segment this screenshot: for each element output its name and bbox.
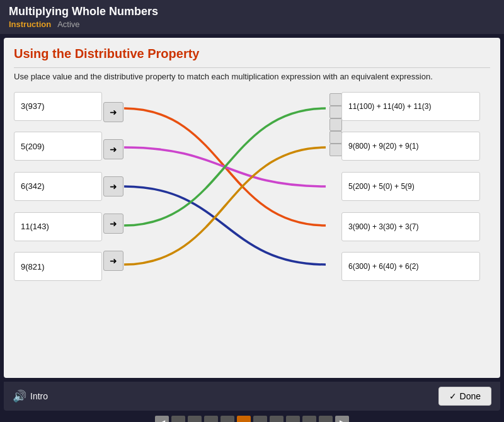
speaker-icon: 🔊 <box>13 389 26 403</box>
left-expr-5: 9(821) <box>14 252 102 281</box>
left-expr-4: 11(143) <box>14 212 102 241</box>
nav-bar: ◀ ▶ <box>0 411 504 422</box>
arrow-btn-1[interactable]: ➜ <box>103 102 123 122</box>
left-expr-1: 3(937) <box>14 92 102 121</box>
nav-page-2[interactable] <box>188 416 202 422</box>
nav-page-6[interactable] <box>253 416 267 422</box>
nav-page-4[interactable] <box>220 416 234 422</box>
arrow-btn-4[interactable]: ➜ <box>103 214 123 234</box>
nav-page-3[interactable] <box>204 416 218 422</box>
nav-page-5[interactable] <box>237 416 251 422</box>
connection-lines <box>124 89 326 284</box>
arrow-btn-2[interactable]: ➜ <box>103 139 123 159</box>
right-expr-5: 6(300) + 6(40) + 6(2) <box>341 252 480 281</box>
section-title: Using the Distributive Property <box>14 47 490 61</box>
right-target-3[interactable] <box>329 118 342 131</box>
done-label: Done <box>460 391 481 401</box>
right-expr-1: 11(100) + 11(40) + 11(3) <box>341 92 480 121</box>
right-expr-2: 9(800) + 9(20) + 9(1) <box>341 132 480 161</box>
main-content: Using the Distributive Property Use plac… <box>4 38 500 378</box>
intro-button[interactable]: 🔊 Intro <box>13 389 48 403</box>
page-title: Multiplying Whole Numbers <box>9 5 495 18</box>
left-expr-2: 5(209) <box>14 132 102 161</box>
nav-page-8[interactable] <box>286 416 300 422</box>
checkmark-icon: ✓ <box>449 391 457 401</box>
right-target-5[interactable] <box>329 144 342 156</box>
arrow-btn-3[interactable]: ➜ <box>103 176 123 197</box>
directions: Use place value and the distributive pro… <box>14 72 490 81</box>
arrow-btn-5[interactable]: ➜ <box>103 251 123 271</box>
nav-page-10[interactable] <box>319 416 333 422</box>
done-button[interactable]: ✓ Done <box>438 387 491 406</box>
active-label: Active <box>57 20 79 29</box>
nav-next[interactable]: ▶ <box>335 416 349 422</box>
nav-page-9[interactable] <box>302 416 316 422</box>
right-target-2[interactable] <box>329 106 342 118</box>
nav-page-1[interactable] <box>171 416 185 422</box>
right-target-4[interactable] <box>329 131 342 144</box>
left-expr-3: 6(342) <box>14 172 102 201</box>
right-expr-4: 3(900) + 3(30) + 3(7) <box>341 212 480 241</box>
bottom-bar: 🔊 Intro ✓ Done <box>4 382 500 411</box>
top-bar: Multiplying Whole Numbers Instruction Ac… <box>0 0 504 34</box>
nav-prev[interactable]: ◀ <box>155 416 169 422</box>
instruction-link[interactable]: Instruction <box>9 20 51 29</box>
nav-page-7[interactable] <box>270 416 284 422</box>
right-expr-3: 5(200) + 5(0) + 5(9) <box>341 172 480 201</box>
right-target-1[interactable] <box>329 93 342 106</box>
intro-label: Intro <box>30 391 48 401</box>
